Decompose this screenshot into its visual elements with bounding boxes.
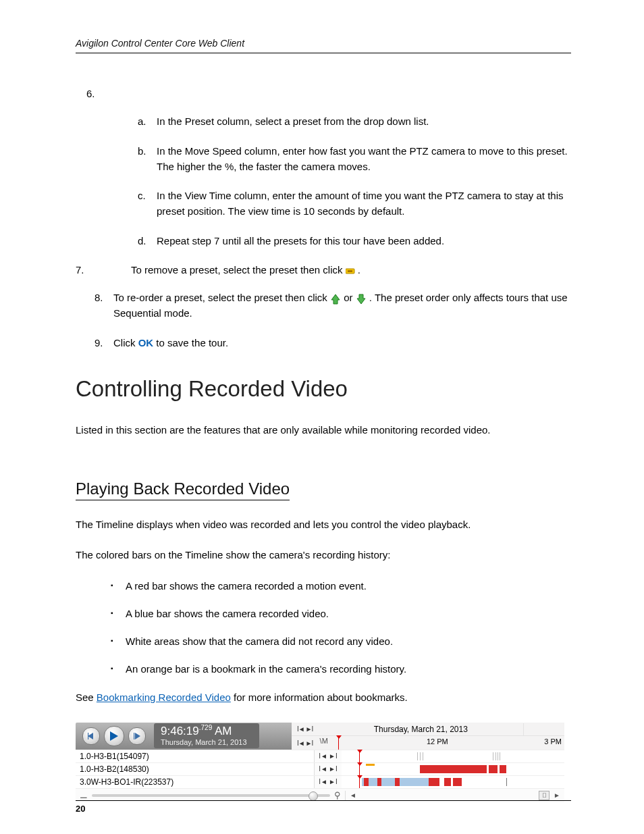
camera-3-track[interactable]: [342, 776, 564, 788]
svg-marker-8: [135, 733, 140, 739]
svg-rect-7: [134, 733, 134, 739]
heading-controlling-recorded-video: Controlling Recorded Video: [76, 376, 571, 402]
camera-1-track[interactable]: [342, 750, 564, 762]
svg-marker-2: [331, 294, 340, 304]
time-ruler[interactable]: \M 12 PM 3 PM: [319, 736, 564, 750]
see-bookmarks: See Bookmarking Recorded Video for more …: [76, 689, 571, 705]
zoom-slider[interactable]: [92, 794, 330, 797]
link-bookmarking-recorded-video[interactable]: Bookmarking Recorded Video: [97, 692, 231, 703]
camera-2-track[interactable]: [342, 763, 564, 775]
step-6b: b. In the Move Speed column, enter how f…: [138, 143, 571, 175]
ruler-3pm: 3 PM: [544, 737, 562, 746]
playhead-marker[interactable]: [338, 736, 339, 750]
step-7: 7. To remove a preset, select the preset…: [76, 262, 571, 278]
hour-skip-buttons[interactable]: I◄►I: [292, 739, 319, 747]
camera-row-2: 1.0-H3-B2(148530) I◄►I: [76, 762, 564, 775]
step-8: 8. To re-order a preset, select the pres…: [95, 290, 571, 321]
scroll-right-icon[interactable]: ►: [554, 791, 560, 799]
step-7-text-a: To remove a preset, select the preset th…: [131, 264, 346, 276]
zoom-out-icon[interactable]: ⚊: [80, 790, 88, 800]
step-6: 6.: [86, 86, 571, 101]
step-6d: d. Repeat step 7 until all the presets f…: [138, 233, 571, 249]
svg-rect-5: [88, 733, 88, 739]
legend-blue: A blue bar shows the camera recorded vid…: [111, 606, 571, 621]
camera-2-name: 1.0-H3-B2(148530): [76, 763, 315, 775]
para-colored-bars: The colored bars on the Timeline show th…: [76, 547, 571, 563]
zoom-in-icon[interactable]: ⚲: [334, 790, 341, 800]
step-6a: a. In the Preset column, select a preset…: [138, 113, 571, 129]
playhead-time-display: 9:46:19.729 AM Thursday, March 21, 2013: [154, 723, 259, 748]
ruler-12pm: 12 PM: [427, 737, 448, 746]
legend-red: A red bar shows the camera recorded a mo…: [111, 578, 571, 594]
scroll-thumb-icon[interactable]: ⎕: [539, 791, 549, 800]
camera-1-name: 1.0-H3-B1(154097): [76, 750, 315, 762]
camera-3-skip[interactable]: I◄►I: [315, 778, 342, 785]
svg-marker-6: [110, 731, 118, 741]
scroll-left-icon[interactable]: ◄: [350, 791, 356, 799]
camera-3-name: 3.0W-H3-BO1-IR(223537): [76, 776, 315, 788]
ruler-am-fragment: \M: [320, 737, 328, 745]
step-6c: c. In the View Time column, enter the am…: [138, 188, 571, 219]
step-forward-button[interactable]: [128, 727, 146, 745]
move-down-icon: [356, 293, 367, 304]
running-header: Avigilon Control Center Core Web Client: [76, 38, 571, 53]
legend-white: White areas show that the camera did not…: [111, 633, 571, 649]
play-button[interactable]: [104, 726, 124, 746]
date-skip-buttons[interactable]: I◄►I: [292, 725, 319, 733]
zoom-slider-handle[interactable]: [308, 791, 318, 801]
remove-preset-icon: [346, 267, 355, 274]
camera-2-skip[interactable]: I◄►I: [315, 765, 342, 773]
play-reverse-button[interactable]: [82, 727, 100, 745]
heading-playing-back: Playing Back Recorded Video: [76, 479, 290, 500]
step-9: 9. Click OK to save the tour.: [95, 335, 571, 350]
camera-1-skip[interactable]: I◄►I: [315, 752, 342, 760]
camera-row-1: 1.0-H3-B1(154097) I◄►I: [76, 750, 564, 762]
svg-rect-1: [348, 270, 352, 271]
move-up-icon: [330, 293, 341, 304]
para-timeline-desc: The Timeline displays when video was rec…: [76, 517, 571, 532]
recording-legend-list: A red bar shows the camera recorded a mo…: [111, 578, 571, 677]
timeline-date-header: Thursday, March 21, 2013: [319, 723, 524, 735]
legend-orange: An orange bar is a bookmark in the camer…: [111, 661, 571, 677]
step-6-number: 6.: [86, 86, 104, 101]
svg-marker-3: [357, 294, 365, 304]
page-number: 20: [76, 800, 571, 814]
step-7-text-b: .: [358, 264, 360, 276]
section-intro: Listed in this section are the features …: [76, 422, 571, 438]
ok-label: OK: [138, 337, 154, 348]
timeline-figure: 9:46:19.729 AM Thursday, March 21, 2013 …: [76, 723, 564, 802]
camera-row-3: 3.0W-H3-BO1-IR(223537) I◄►I: [76, 775, 564, 788]
